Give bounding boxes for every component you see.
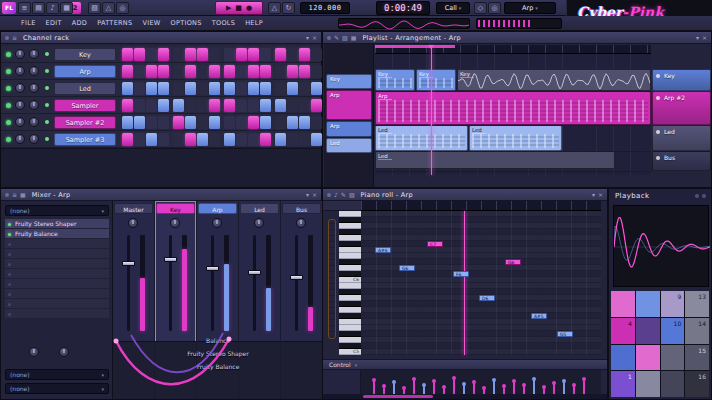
step-cell[interactable] <box>248 48 259 61</box>
step-cell[interactable] <box>185 133 196 146</box>
empty-effect-slot[interactable] <box>5 259 109 269</box>
track-mute-led[interactable] <box>656 130 660 134</box>
velocity-bar[interactable] <box>583 380 585 394</box>
step-cell[interactable] <box>185 65 196 78</box>
piano-roll-titlebar[interactable]: ♪✎▨ Piano roll - Arp ▾ × <box>323 189 607 201</box>
fader-handle[interactable] <box>206 266 219 271</box>
step-cell[interactable] <box>275 82 286 95</box>
step-cell[interactable] <box>146 116 157 129</box>
empty-effect-slot[interactable] <box>5 239 109 249</box>
step-cell[interactable] <box>275 65 286 78</box>
metronome-icon[interactable]: △ <box>102 2 115 14</box>
velocity-bar[interactable] <box>423 386 425 394</box>
step-cell[interactable] <box>248 82 259 95</box>
playlist-timeline[interactable] <box>375 45 651 54</box>
playlist-clip[interactable]: Led <box>469 125 562 151</box>
playlist-track-header[interactable]: Led <box>652 125 711 151</box>
collapse-button[interactable]: ▾ <box>306 32 309 44</box>
channel-rack-titlebar[interactable]: ≡ Channel rack ▾ × <box>1 32 321 44</box>
play-button[interactable]: ▶ <box>226 1 231 15</box>
step-cell[interactable] <box>134 82 145 95</box>
channel-activity-led[interactable] <box>6 120 11 125</box>
step-cell[interactable] <box>122 48 133 61</box>
menu-icon[interactable]: ≡ <box>12 191 17 198</box>
pan-knob[interactable] <box>15 83 25 93</box>
step-cell[interactable] <box>224 116 235 129</box>
marker-selector[interactable]: Call▾ <box>436 2 470 14</box>
fl-logo-icon[interactable]: FL <box>2 2 16 14</box>
track-mute-led[interactable] <box>656 74 660 78</box>
step-cell[interactable] <box>236 48 247 61</box>
velocity-bar[interactable] <box>523 386 525 394</box>
midi-note[interactable]: G6 <box>505 259 521 265</box>
midi-note[interactable]: F6 <box>453 271 469 277</box>
playlist-clip[interactable]: Key <box>416 69 456 91</box>
fader-handle[interactable] <box>164 257 177 262</box>
loop-icon[interactable]: ↻ <box>282 2 295 14</box>
loop-marker[interactable] <box>375 45 455 48</box>
picker-item[interactable]: Key <box>326 74 372 89</box>
step-cell[interactable] <box>197 48 208 61</box>
piano-roll-timeline[interactable] <box>361 201 601 211</box>
midi-note[interactable]: A#6 <box>375 247 391 253</box>
insert-selector[interactable]: (none) ▾ <box>5 205 109 216</box>
playlist-clip[interactable]: Arp <box>375 91 651 125</box>
pencil-icon[interactable]: ✎ <box>341 191 346 198</box>
horizontal-scrollbar[interactable] <box>323 394 607 399</box>
palette-cell[interactable] <box>611 345 635 371</box>
step-cell[interactable] <box>224 133 235 146</box>
palette-cell[interactable]: 9 <box>661 291 685 317</box>
volume-knob[interactable] <box>29 66 39 76</box>
step-cell[interactable] <box>287 65 298 78</box>
step-cell[interactable] <box>209 82 220 95</box>
step-cell[interactable] <box>248 99 259 112</box>
zoom-scroll-strip[interactable] <box>328 219 336 339</box>
playlist-clip[interactable]: Key <box>375 69 415 91</box>
step-cell[interactable] <box>236 133 247 146</box>
velocity-bar[interactable] <box>493 381 495 394</box>
step-cell[interactable] <box>260 133 271 146</box>
close-icon[interactable]: × <box>702 32 707 44</box>
empty-effect-slot[interactable] <box>5 299 109 309</box>
playlist-playhead[interactable] <box>431 45 432 175</box>
send-knob[interactable] <box>59 347 69 357</box>
tempo-display[interactable]: 120.000 <box>300 2 350 14</box>
control-lane-header[interactable]: Control ▾ <box>323 359 607 370</box>
step-cell[interactable] <box>287 48 298 61</box>
palette-cell[interactable]: 14 <box>685 318 709 344</box>
step-cell[interactable] <box>248 133 259 146</box>
velocity-bar[interactable] <box>563 382 565 394</box>
step-cell[interactable] <box>173 65 184 78</box>
effect-slot[interactable]: Fruity Stereo Shaper <box>5 219 109 229</box>
stop-button[interactable]: ■ <box>235 1 242 15</box>
step-cell[interactable] <box>275 99 286 112</box>
mute-led[interactable] <box>45 120 49 124</box>
pan-knob[interactable] <box>15 49 25 59</box>
menu-help[interactable]: HELP <box>240 16 268 31</box>
step-cell[interactable] <box>287 99 298 112</box>
palette-cell[interactable] <box>611 291 635 317</box>
step-cell[interactable] <box>158 116 169 129</box>
velocity-bar[interactable] <box>573 386 575 394</box>
magnet-icon[interactable]: ◎ <box>488 2 501 14</box>
volume-knob[interactable] <box>29 117 39 127</box>
mute-led[interactable] <box>45 69 49 73</box>
step-cell[interactable] <box>122 65 133 78</box>
step-cell[interactable] <box>236 82 247 95</box>
sample-waveform-display[interactable] <box>613 205 709 287</box>
midi-note[interactable]: C7 <box>427 241 443 247</box>
mixer-icon[interactable]: ▦ <box>60 2 73 14</box>
step-cell[interactable] <box>236 116 247 129</box>
playlist-track-header[interactable]: Arp #2 <box>652 91 711 125</box>
mute-led[interactable] <box>45 52 49 56</box>
picker-item[interactable]: Led <box>326 138 372 153</box>
step-cell[interactable] <box>299 116 310 129</box>
pan-knob[interactable] <box>15 134 25 144</box>
picker-item[interactable]: Arp <box>326 90 372 120</box>
midi-note[interactable]: G5 <box>557 331 573 337</box>
grid-icon[interactable]: ▦ <box>20 191 26 198</box>
empty-effect-slot[interactable] <box>5 269 109 279</box>
step-cell[interactable] <box>185 116 196 129</box>
menu-patterns[interactable]: PATTERNS <box>92 16 137 31</box>
strip-stereo-knob[interactable] <box>254 218 264 228</box>
